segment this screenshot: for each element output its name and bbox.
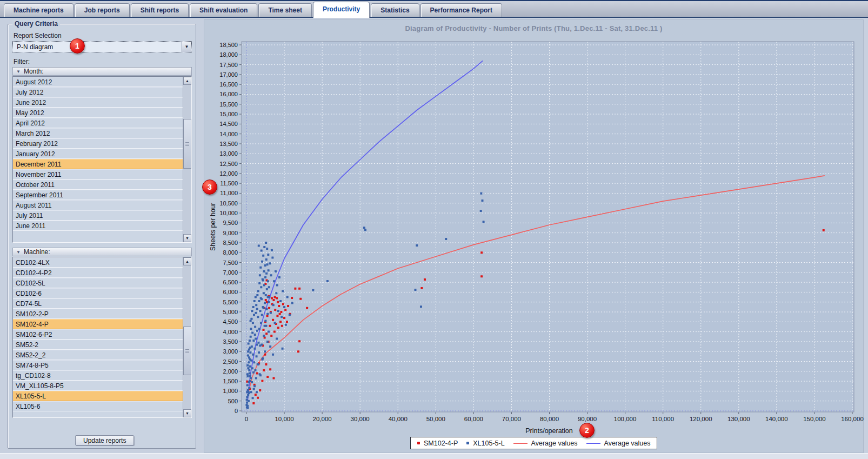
- svg-text:12,000: 12,000: [219, 170, 238, 177]
- svg-text:5,500: 5,500: [223, 299, 238, 305]
- scrollbar-thumb[interactable]: [183, 327, 191, 375]
- scrollbar-thumb[interactable]: [183, 119, 191, 169]
- svg-text:30,000: 30,000: [351, 416, 370, 422]
- scroll-down-icon[interactable]: ▼: [183, 234, 191, 242]
- tab-time-sheet[interactable]: Time sheet: [258, 3, 311, 17]
- month-item[interactable]: May 2012: [13, 108, 183, 118]
- machine-item[interactable]: SM102-2-P: [13, 309, 183, 319]
- legend-item: Average values: [513, 440, 578, 447]
- tab-machine-reports[interactable]: Machine reports: [4, 3, 74, 17]
- machine-item[interactable]: SM52-2: [13, 340, 183, 350]
- machine-item[interactable]: CD74-5L: [13, 298, 183, 309]
- annotation-badge-1: 1: [70, 38, 85, 54]
- legend-dot-marker: [417, 442, 420, 444]
- month-item[interactable]: July 2011: [13, 210, 183, 221]
- machine-scrollbar[interactable]: ▲ ▼: [183, 257, 191, 417]
- machine-section-header[interactable]: ▼ Machine:: [12, 248, 192, 256]
- svg-text:8,000: 8,000: [223, 249, 238, 256]
- tab-bar: Machine reportsJob reportsShift reportsS…: [0, 0, 868, 18]
- month-item[interactable]: August 2012: [13, 77, 183, 87]
- svg-text:50,000: 50,000: [426, 416, 445, 422]
- machine-item[interactable]: tg_CD102-8: [13, 370, 183, 381]
- tab-performance-report[interactable]: Performance Report: [420, 3, 502, 17]
- scroll-up-icon[interactable]: ▲: [183, 77, 191, 85]
- legend-item: SM102-4-P: [417, 440, 458, 447]
- month-item[interactable]: March 2012: [13, 128, 183, 138]
- report-selection-label: Report Selection: [14, 32, 62, 39]
- svg-text:0: 0: [235, 408, 238, 414]
- filter-label: Filter:: [14, 58, 30, 65]
- month-item[interactable]: August 2011: [13, 200, 183, 210]
- chevron-down-icon[interactable]: ▼: [182, 42, 191, 52]
- machine-item[interactable]: CD102-4LX: [13, 257, 183, 268]
- legend-label: Average values: [531, 440, 578, 447]
- legend-label: SM102-4-P: [424, 440, 458, 447]
- machine-item[interactable]: CD102-4-P2: [13, 268, 183, 278]
- legend-label: XL105-5-L: [473, 440, 504, 447]
- month-section-header[interactable]: ▼ Month:: [12, 67, 192, 76]
- machine-item[interactable]: CD102-6: [13, 288, 183, 298]
- update-reports-button[interactable]: Update reports: [75, 435, 134, 445]
- chart-legend: SM102-4-PXL105-5-LAverage valuesAverage …: [410, 437, 657, 449]
- machine-item[interactable]: CD102-5L: [13, 278, 183, 288]
- svg-text:12,500: 12,500: [219, 161, 238, 167]
- panel-title: Query Criteria: [12, 20, 60, 28]
- legend-line-marker: [513, 443, 528, 444]
- legend-label: Average values: [604, 440, 651, 447]
- month-item[interactable]: January 2012: [13, 149, 183, 159]
- svg-text:8,500: 8,500: [223, 240, 238, 246]
- month-item[interactable]: November 2011: [13, 169, 183, 179]
- svg-text:11,000: 11,000: [220, 190, 238, 196]
- tab-shift-reports[interactable]: Shift reports: [131, 3, 189, 17]
- tab-job-reports[interactable]: Job reports: [75, 3, 130, 17]
- svg-text:9,000: 9,000: [223, 230, 238, 236]
- machine-item[interactable]: SM52-2_2: [13, 350, 183, 360]
- svg-text:70,000: 70,000: [502, 416, 521, 422]
- machine-item[interactable]: XL105-6: [13, 401, 183, 411]
- svg-text:3,500: 3,500: [223, 338, 238, 345]
- month-item[interactable]: April 2012: [13, 118, 183, 128]
- machine-item[interactable]: XL105-5-L: [13, 391, 183, 401]
- month-header-label: Month:: [24, 68, 44, 75]
- month-item[interactable]: September 2011: [13, 190, 183, 200]
- svg-text:2,000: 2,000: [223, 368, 238, 375]
- month-list-rows: August 2012July 2012June 2012May 2012Apr…: [13, 77, 183, 242]
- month-item[interactable]: July 2012: [13, 87, 183, 97]
- svg-text:14,000: 14,000: [219, 131, 238, 137]
- svg-text:2,500: 2,500: [223, 358, 238, 365]
- month-item[interactable]: June 2012: [13, 97, 183, 108]
- machine-item[interactable]: SM102-4-P: [13, 319, 183, 329]
- legend-item: XL105-5-L: [466, 440, 504, 447]
- month-item[interactable]: June 2011: [13, 221, 183, 231]
- month-item[interactable]: October 2011: [13, 179, 183, 190]
- svg-text:10,500: 10,500: [219, 200, 238, 207]
- machine-item[interactable]: SM74-8-P5: [13, 360, 183, 370]
- machine-list-rows: CD102-4LXCD102-4-P2CD102-5LCD102-6CD74-5…: [13, 257, 183, 417]
- svg-text:6,500: 6,500: [223, 279, 238, 285]
- tab-shift-evaluation[interactable]: Shift evaluation: [190, 3, 257, 17]
- tab-productivity[interactable]: Productivity: [313, 2, 370, 18]
- annotation-badge-2: 2: [579, 423, 595, 438]
- machine-item[interactable]: SM102-6-P2: [13, 329, 183, 340]
- svg-text:7,500: 7,500: [223, 260, 238, 266]
- scroll-up-icon[interactable]: ▲: [183, 257, 191, 265]
- svg-text:150,000: 150,000: [803, 416, 826, 422]
- collapse-triangle-icon: ▼: [16, 250, 21, 255]
- scroll-down-icon[interactable]: ▼: [183, 409, 191, 417]
- machine-item[interactable]: VM_XL105-8-P5: [13, 381, 183, 391]
- svg-text:500: 500: [228, 398, 238, 404]
- month-item[interactable]: February 2012: [13, 138, 183, 149]
- legend-dot-marker: [466, 442, 469, 444]
- svg-text:18,500: 18,500: [219, 42, 238, 48]
- svg-text:130,000: 130,000: [727, 416, 750, 422]
- svg-text:4,500: 4,500: [223, 318, 238, 325]
- tab-statistics[interactable]: Statistics: [371, 3, 419, 17]
- month-scrollbar[interactable]: ▲ ▼: [183, 77, 191, 242]
- svg-text:18,000: 18,000: [219, 51, 238, 58]
- legend-line-marker: [586, 443, 600, 444]
- svg-text:10,000: 10,000: [275, 416, 293, 422]
- svg-text:11,500: 11,500: [220, 180, 238, 187]
- report-selection-dropdown[interactable]: P-N diagram ▼: [12, 41, 192, 52]
- svg-text:90,000: 90,000: [578, 416, 597, 422]
- month-item[interactable]: December 2011: [13, 159, 183, 169]
